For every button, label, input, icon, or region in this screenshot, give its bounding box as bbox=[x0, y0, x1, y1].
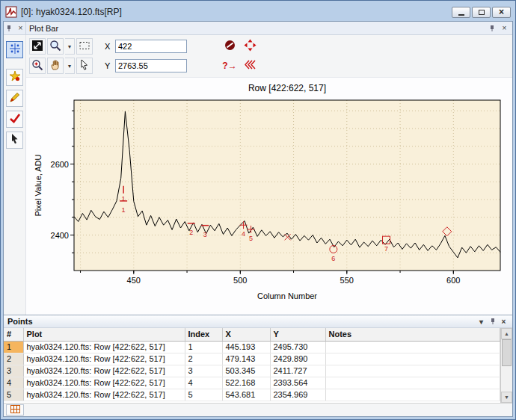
maximize-button[interactable] bbox=[472, 7, 491, 18]
cell-num[interactable]: 1 bbox=[4, 341, 23, 353]
cell-num[interactable]: 4 bbox=[4, 377, 23, 389]
column-header-1[interactable]: Plot bbox=[23, 328, 185, 341]
center-target-button[interactable] bbox=[242, 38, 258, 55]
cell-y[interactable]: 2495.730 bbox=[270, 341, 325, 353]
zoom-dropdown-button[interactable]: ▾ bbox=[65, 38, 75, 55]
y-input[interactable] bbox=[115, 59, 187, 72]
plotbar-title: Plot Bar bbox=[29, 24, 58, 33]
plot-svg[interactable]: 4505005506002400260011234567Row [422:622… bbox=[31, 81, 512, 305]
point-marker-label: 7 bbox=[384, 245, 388, 253]
column-header-2[interactable]: Index bbox=[185, 328, 222, 341]
plot-panel: ▾ X bbox=[26, 35, 512, 315]
cell-y[interactable]: 2354.969 bbox=[270, 389, 325, 401]
column-header-3[interactable]: X bbox=[222, 328, 270, 341]
table-row[interactable]: 2hyak0324.120.fts: Row [422:622, 517]247… bbox=[4, 353, 500, 365]
cell-y[interactable]: 2393.564 bbox=[270, 377, 325, 389]
pin-icon[interactable] bbox=[487, 25, 497, 32]
cell-plot[interactable]: hyak0324.120.fts: Row [422:622, 517] bbox=[23, 389, 185, 401]
vertical-scrollbar[interactable]: ▲ ▼ bbox=[500, 328, 512, 403]
zoom-box-button[interactable] bbox=[29, 38, 46, 55]
y-tick-label: 2600 bbox=[51, 160, 69, 169]
close-icon[interactable]: × bbox=[499, 318, 509, 326]
cell-x[interactable]: 503.345 bbox=[222, 365, 270, 377]
cell-num[interactable]: 5 bbox=[4, 389, 23, 401]
cell-plot[interactable]: hyak0324.120.fts: Row [422:622, 517] bbox=[23, 341, 185, 353]
cell-notes[interactable] bbox=[325, 389, 500, 401]
mask-point-button[interactable] bbox=[221, 38, 238, 55]
edit-marker-tool-button[interactable] bbox=[6, 90, 23, 107]
cell-x[interactable]: 543.681 bbox=[222, 389, 270, 401]
red-tools-row-2: ?→ bbox=[221, 58, 258, 74]
close-icon: × bbox=[499, 7, 504, 16]
y-tick-label: 2400 bbox=[51, 231, 69, 240]
scrollbar-thumb[interactable] bbox=[502, 339, 512, 366]
x-tick-label: 600 bbox=[446, 276, 460, 285]
cell-y[interactable]: 2429.890 bbox=[270, 353, 325, 365]
plot-cursor-tool-icon bbox=[9, 43, 21, 57]
cell-index[interactable]: 2 bbox=[185, 353, 222, 365]
cell-notes[interactable] bbox=[325, 341, 500, 353]
scrollbar-track[interactable] bbox=[501, 366, 512, 392]
cell-x[interactable]: 479.143 bbox=[222, 353, 270, 365]
table-row[interactable]: 3hyak0324.120.fts: Row [422:622, 517]350… bbox=[4, 365, 500, 377]
minimize-button[interactable] bbox=[452, 7, 470, 18]
scroll-down-button[interactable]: ▼ bbox=[501, 392, 512, 403]
cell-x[interactable]: 445.193 bbox=[222, 341, 270, 353]
chevrons-button[interactable] bbox=[242, 58, 258, 74]
column-header-5[interactable]: Notes bbox=[325, 328, 500, 341]
cell-plot[interactable]: hyak0324.120.fts: Row [422:622, 517] bbox=[23, 365, 185, 377]
cell-notes[interactable] bbox=[325, 377, 500, 389]
toolbar-row-1: ▾ X bbox=[29, 37, 509, 55]
pan-dropdown-button[interactable]: ▾ bbox=[65, 58, 75, 74]
cell-x[interactable]: 522.168 bbox=[222, 377, 270, 389]
y-coordinate-field: Y bbox=[105, 59, 187, 72]
cell-notes[interactable] bbox=[325, 365, 500, 377]
points-table-wrap: #PlotIndexXYNotes 1hyak0324.120.fts: Row… bbox=[4, 328, 500, 403]
cell-num[interactable]: 2 bbox=[4, 353, 23, 365]
x-input[interactable] bbox=[115, 40, 187, 53]
pin-icon[interactable] bbox=[4, 25, 13, 32]
zoom-button[interactable] bbox=[47, 38, 64, 55]
cell-y[interactable]: 2411.727 bbox=[270, 365, 325, 377]
cell-index[interactable]: 1 bbox=[185, 341, 222, 353]
table-row[interactable]: 5hyak0324.120.fts: Row [422:622, 517]554… bbox=[4, 389, 500, 401]
panel-menu-icon[interactable]: ▾ bbox=[476, 318, 486, 326]
accept-button[interactable] bbox=[6, 111, 23, 128]
scroll-up-button[interactable]: ▲ bbox=[501, 328, 512, 339]
left-toolbar bbox=[4, 35, 26, 315]
zoom-mode-button[interactable] bbox=[29, 58, 46, 74]
column-header-4[interactable]: Y bbox=[270, 328, 325, 341]
close-icon[interactable]: × bbox=[16, 24, 25, 32]
window-title: [0]: hyak0324.120.fts[RP] bbox=[21, 7, 448, 17]
cell-index[interactable]: 5 bbox=[185, 389, 222, 401]
titlebar[interactable]: [0]: hyak0324.120.fts[RP] × bbox=[3, 3, 513, 21]
pointer-button[interactable] bbox=[76, 58, 93, 74]
pin-icon[interactable] bbox=[488, 318, 497, 325]
x-tick-label: 550 bbox=[340, 276, 354, 285]
marquee-button[interactable] bbox=[76, 38, 93, 55]
query-point-button[interactable]: ?→ bbox=[221, 58, 238, 74]
table-row[interactable]: 4hyak0324.120.fts: Row [422:622, 517]452… bbox=[4, 377, 500, 389]
points-tab-button[interactable] bbox=[6, 404, 24, 416]
cell-notes[interactable] bbox=[325, 353, 500, 365]
cell-plot[interactable]: hyak0324.120.fts: Row [422:622, 517] bbox=[23, 353, 185, 365]
chart-container: 4505005506002400260011234567Row [422:622… bbox=[26, 78, 512, 315]
magnifier-icon bbox=[49, 40, 61, 54]
select-tool-button[interactable] bbox=[6, 132, 23, 149]
add-marker-tool-button[interactable] bbox=[6, 69, 23, 86]
cell-index[interactable]: 4 bbox=[185, 377, 222, 389]
red-tools-row-1 bbox=[221, 38, 258, 55]
plot-cursor-tool-button[interactable] bbox=[6, 41, 23, 58]
close-icon[interactable]: × bbox=[500, 24, 509, 32]
pan-button[interactable] bbox=[47, 58, 64, 74]
cell-plot[interactable]: hyak0324.120.fts: Row [422:622, 517] bbox=[23, 377, 185, 389]
plot-area[interactable] bbox=[74, 100, 500, 271]
close-button[interactable]: × bbox=[492, 7, 511, 18]
toolbar-row-2: ▾ Y ?→ bbox=[29, 57, 509, 75]
cell-num[interactable]: 3 bbox=[4, 365, 23, 377]
column-header-0[interactable]: # bbox=[4, 328, 23, 341]
table-row[interactable]: 1hyak0324.120.fts: Row [422:622, 517]144… bbox=[4, 341, 500, 353]
cell-index[interactable]: 3 bbox=[185, 365, 222, 377]
minimize-icon bbox=[458, 14, 464, 16]
maximize-icon bbox=[479, 10, 485, 15]
